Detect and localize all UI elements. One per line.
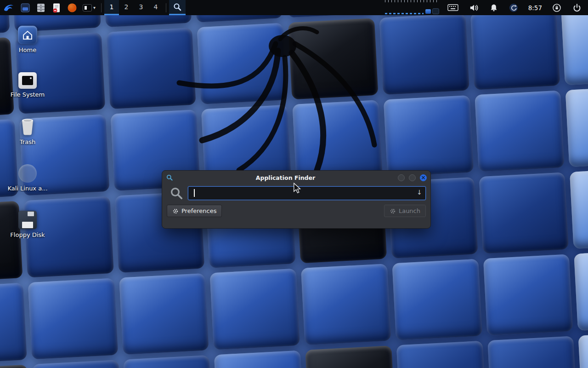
text-caret (194, 189, 195, 197)
desktop-icon-label: Home (19, 46, 36, 53)
system-monitor-applet[interactable] (385, 0, 439, 15)
panel-left: ▾ 1 2 3 4 (0, 0, 186, 15)
workspace-switcher: 1 2 3 4 (104, 0, 163, 15)
file-cabinet-icon (36, 3, 46, 13)
home-icon (18, 26, 37, 44)
keyboard-icon (447, 4, 458, 12)
close-icon: × (421, 175, 425, 180)
kali-docs-icon (18, 164, 37, 183)
panel-right: 8:57 (385, 0, 588, 15)
top-panel: ▾ 1 2 3 4 (0, 0, 588, 15)
wallpaper-cube (0, 365, 31, 368)
monitor-box-icon (432, 8, 439, 14)
wallpaper-cube (301, 264, 391, 345)
wallpaper-cube (475, 91, 565, 172)
trash-icon (18, 117, 37, 136)
wallpaper-cube (574, 249, 588, 331)
wallpaper-cube (483, 254, 573, 335)
workspace-4[interactable]: 4 (148, 0, 163, 15)
app-finder-window-icon (166, 174, 173, 181)
bell-icon (490, 3, 498, 12)
workspace-1[interactable]: 1 (104, 0, 119, 15)
file-system-icon (18, 72, 37, 89)
launcher-text-editor[interactable] (49, 0, 64, 15)
kali-dragon-wallpaper (124, 18, 418, 193)
workspace-2[interactable]: 2 (119, 0, 134, 15)
kali-menu-button[interactable] (0, 0, 17, 15)
logout-button[interactable] (570, 0, 584, 15)
wallpaper-cube (214, 351, 304, 368)
chevron-down-icon: ▾ (93, 5, 96, 10)
launch-label: Launch (399, 207, 420, 214)
lock-icon (552, 3, 561, 12)
desktop-icon-floppy[interactable]: Floppy Disk (4, 211, 51, 238)
kali-desktop: Home File System Trash Kali Linux a... F… (0, 0, 588, 368)
screen-lock-indicator[interactable] (549, 0, 564, 15)
maximize-button[interactable] (409, 174, 416, 181)
wallpaper-cube (28, 278, 118, 359)
desktop-icon-trash[interactable]: Trash (4, 117, 51, 145)
keyboard-layout-indicator[interactable] (445, 0, 461, 15)
wallpaper-cube (565, 86, 588, 167)
wallpaper-cube (396, 341, 486, 368)
gear-icon (172, 208, 179, 214)
window-title: Application Finder (173, 174, 398, 181)
launcher-firefox[interactable] (64, 0, 80, 15)
firefox-icon (67, 3, 77, 13)
wallpaper-cube (561, 4, 588, 85)
search-input[interactable] (188, 186, 426, 200)
panel-separator (101, 3, 102, 12)
chart-mini-icon (425, 9, 431, 14)
desktop-icon-home[interactable]: Home (4, 26, 51, 53)
titlebar[interactable]: Application Finder × (162, 171, 430, 184)
volume-icon (469, 4, 479, 12)
search-icon (170, 186, 183, 200)
launch-button[interactable]: Launch (384, 205, 426, 217)
search-entry: ↓ (188, 186, 426, 200)
wallpaper-cube (123, 355, 213, 368)
wallpaper-cube (487, 336, 577, 368)
kali-logo-icon (3, 2, 15, 14)
preferences-button[interactable]: Preferences (167, 205, 222, 217)
desktop-icon-file-system[interactable]: File System (4, 72, 51, 98)
wallpaper-cube (305, 345, 395, 368)
clock[interactable]: 8:57 (526, 4, 544, 12)
desktop-icon-label: Floppy Disk (10, 231, 45, 238)
desktop-icon-label: Kali Linux a... (7, 185, 47, 192)
workspace-3[interactable]: 3 (134, 0, 148, 15)
minimize-button[interactable] (398, 174, 405, 181)
application-finder-window: Application Finder × ↓ (162, 170, 431, 229)
wallpaper-cube (479, 172, 569, 254)
floppy-disk-icon (18, 211, 37, 229)
updates-indicator[interactable] (506, 0, 521, 15)
wallpaper-cube (578, 331, 588, 368)
power-icon (572, 3, 582, 12)
close-button[interactable]: × (420, 174, 427, 181)
wallpaper-cube (119, 273, 209, 355)
wallpaper-cube (392, 259, 482, 340)
dropdown-arrow-icon[interactable]: ↓ (417, 189, 422, 196)
finder-button-row: Preferences Launch (162, 202, 430, 222)
desktop-icon-column: Home File System Trash Kali Linux a... F… (4, 26, 51, 238)
desktop-icon-kali-docs[interactable]: Kali Linux a... (4, 164, 51, 192)
wallpaper-cube (470, 9, 560, 90)
window-manager-icon (20, 3, 30, 13)
launcher-window-manager[interactable] (17, 0, 33, 15)
wallpaper-cube (0, 283, 27, 364)
monitor-ticks (385, 0, 439, 2)
panel-separator (166, 3, 166, 12)
desktop-icon-label: Trash (20, 138, 35, 145)
window-controls: × (398, 174, 427, 181)
monitor-sparkline (385, 13, 424, 14)
wallpaper-cube (570, 167, 588, 249)
finder-body: ↓ (162, 184, 430, 202)
document-icon (51, 3, 62, 13)
launcher-file-manager[interactable] (33, 0, 49, 15)
terminal-selector[interactable]: ▾ (80, 0, 98, 15)
volume-indicator[interactable] (467, 0, 481, 15)
wallpaper-cube (210, 269, 300, 350)
taskbar-application-finder[interactable] (169, 0, 186, 15)
notifications-indicator[interactable] (487, 0, 501, 15)
wallpaper-cube (32, 360, 122, 368)
preferences-label: Preferences (181, 207, 216, 214)
